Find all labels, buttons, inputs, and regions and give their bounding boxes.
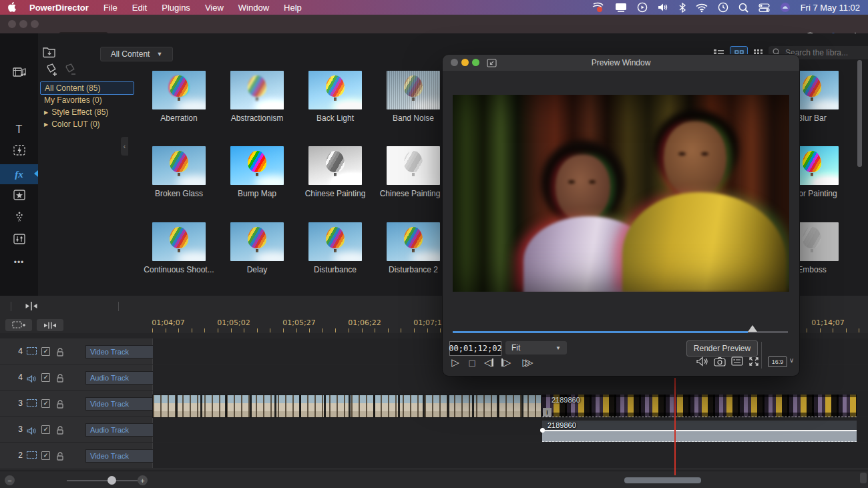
effect-item[interactable]: Chinese Painting 2 (387, 146, 440, 185)
track-name[interactable]: Video Track (85, 345, 154, 358)
video-clip-selected[interactable]: 2189860 (542, 395, 857, 417)
zoom-fit-dropdown[interactable]: Fit ▼ (505, 341, 567, 354)
snapshot-camera-icon[interactable] (714, 356, 726, 369)
vertical-scrollbar[interactable] (860, 473, 867, 483)
time-machine-icon[interactable] (718, 2, 728, 13)
apple-menu-icon[interactable] (8, 2, 18, 13)
effect-item[interactable]: Chinese Painting (308, 146, 362, 185)
lock-icon[interactable] (56, 373, 64, 385)
track-enable-checkbox[interactable]: ✓ (41, 373, 50, 382)
effect-item[interactable]: Disturbance 2 (387, 222, 440, 261)
expand-triangle-icon[interactable]: ▶ (44, 121, 48, 128)
clip-info-badge[interactable]: i (543, 408, 552, 417)
play-button[interactable]: ▷ (448, 355, 463, 370)
collection-dropdown[interactable]: All Content ▼ (100, 47, 173, 61)
menu-edit[interactable]: Edit (125, 3, 154, 13)
display-mirroring-icon[interactable] (615, 3, 627, 12)
track-header[interactable]: 4 ✓ Video Track (0, 338, 153, 364)
menu-plugins[interactable]: Plugins (154, 3, 198, 13)
audio-clip-selected[interactable]: 2189860 (542, 421, 857, 442)
play-circle-icon[interactable] (637, 2, 648, 13)
track-name[interactable]: Video Track (85, 449, 154, 463)
track-enable-checkbox[interactable]: ✓ (41, 399, 50, 408)
bluetooth-icon[interactable] (679, 3, 686, 13)
library-scrollbar[interactable] (857, 60, 862, 167)
category-all-content[interactable]: All Content (85) (40, 81, 134, 95)
volume-icon[interactable] (658, 3, 669, 12)
wifi-icon[interactable] (696, 3, 708, 12)
effect-item[interactable]: Aberration (152, 71, 206, 109)
lock-icon[interactable] (56, 451, 64, 463)
effect-item[interactable]: Continuous Shoot... (152, 222, 206, 261)
category-color-lut[interactable]: ▶ Color LUT (0) (40, 118, 133, 130)
menu-view[interactable]: View (198, 3, 231, 13)
effect-item[interactable]: Back Light (308, 71, 362, 109)
window-minimize-button[interactable] (19, 20, 27, 28)
range-select-button[interactable] (37, 319, 63, 331)
horizontal-scrollbar[interactable] (624, 477, 701, 483)
track-enable-checkbox[interactable]: ✓ (41, 347, 50, 356)
track-header[interactable]: 4 ✓ Audio Track (0, 364, 153, 390)
window-zoom-button[interactable] (31, 20, 39, 28)
preview-timecode[interactable]: 00;01;12;02 (449, 341, 501, 356)
sidebar-item-media[interactable] (0, 63, 38, 83)
control-center-icon[interactable] (758, 3, 770, 12)
lock-icon[interactable] (56, 425, 64, 437)
mute-volume-icon[interactable] (696, 356, 708, 369)
video-clip-street[interactable] (152, 395, 541, 418)
track-name[interactable]: Audio Track (85, 423, 154, 437)
zoom-out-button[interactable]: − (5, 475, 15, 485)
effect-item[interactable]: Broken Glass (152, 146, 206, 185)
import-folder-icon[interactable] (43, 46, 56, 61)
preview-title-bar[interactable]: Preview Window (443, 55, 799, 71)
sidebar-item-transitions[interactable] (0, 142, 38, 162)
sidebar-item-effects[interactable]: fx (0, 164, 38, 184)
track-name[interactable]: Video Track (85, 397, 154, 411)
sidebar-item-particles[interactable] (0, 208, 38, 228)
sidebar-item-masks[interactable] (0, 230, 38, 250)
preview-seek-bar[interactable] (453, 331, 788, 333)
spotlight-search-icon[interactable] (738, 3, 748, 13)
menu-window[interactable]: Window (231, 3, 276, 13)
track-adjust-icon[interactable] (23, 301, 40, 314)
remove-tag-icon[interactable] (64, 63, 79, 80)
category-style-effect[interactable]: ▶ Style Effect (85) (40, 106, 133, 118)
sidebar-item-overlays[interactable] (0, 186, 38, 206)
add-tag-icon[interactable] (45, 63, 60, 80)
aspect-ratio-badge[interactable]: 16:9 (768, 356, 787, 367)
track-lane[interactable] (153, 443, 868, 468)
effect-item[interactable]: Delay (230, 222, 284, 261)
window-close-button[interactable] (8, 20, 16, 28)
zoom-slider-handle[interactable] (107, 476, 116, 485)
add-track-button[interactable] (5, 319, 32, 331)
sidebar-item-more[interactable]: ••• (0, 252, 38, 272)
fast-forward-button[interactable]: ▷▷ (516, 355, 539, 370)
lock-icon[interactable] (56, 347, 64, 359)
display-info-icon[interactable] (731, 356, 743, 369)
track-header[interactable]: 2 ✓ Video Track (0, 443, 153, 468)
next-frame-button[interactable]: ▷ (499, 355, 513, 370)
seek-handle[interactable] (748, 325, 757, 332)
panel-collapse-handle[interactable]: ‹ (121, 137, 128, 156)
screen-record-icon[interactable] (592, 3, 605, 13)
zoom-slider-track[interactable] (67, 480, 142, 481)
lock-icon[interactable] (56, 399, 64, 411)
render-preview-button[interactable]: Render Preview (686, 340, 758, 356)
track-enable-checkbox[interactable]: ✓ (41, 451, 50, 460)
track-name[interactable]: Audio Track (85, 371, 154, 385)
chevron-down-icon[interactable]: ∨ (789, 356, 794, 364)
category-my-favorites[interactable]: My Favorites (0) (40, 94, 133, 106)
menu-help[interactable]: Help (276, 3, 309, 13)
effect-item[interactable]: Disturbance (308, 222, 362, 261)
track-header[interactable]: 3 ✓ Audio Track (0, 417, 153, 442)
track-enable-checkbox[interactable]: ✓ (41, 425, 50, 434)
clip-keyframe-dot[interactable] (540, 428, 545, 433)
fullscreen-icon[interactable] (748, 356, 759, 369)
track-header[interactable]: 3 ✓ Video Track (0, 391, 153, 416)
effect-item[interactable]: Bump Map (230, 146, 284, 185)
effect-item[interactable]: Abstractionism (230, 71, 284, 109)
sidebar-item-titles[interactable]: T (0, 119, 38, 140)
menu-app-name[interactable]: PowerDirector (22, 3, 96, 13)
assistant-app-icon[interactable] (780, 2, 791, 13)
previous-frame-button[interactable]: ◁ (481, 355, 496, 370)
